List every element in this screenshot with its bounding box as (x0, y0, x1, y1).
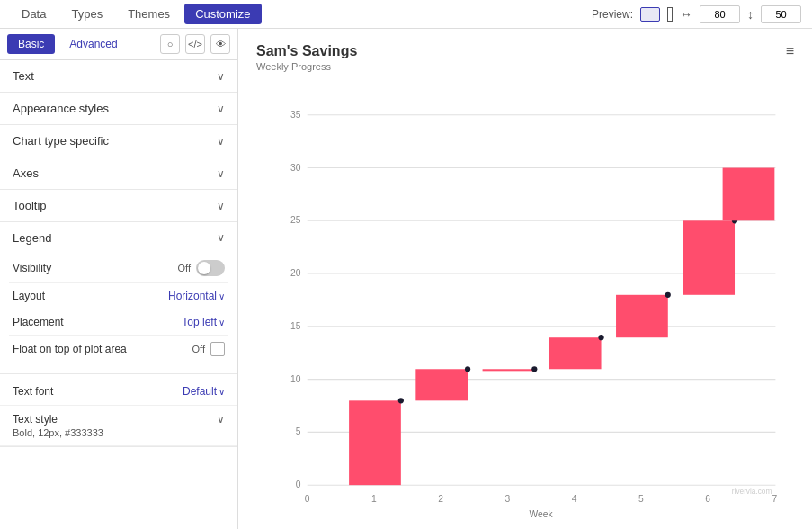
preview-label: Preview: (592, 8, 633, 21)
sub-icon-code[interactable]: </> (185, 34, 205, 54)
accordion-axes-header[interactable]: Axes ∨ (0, 157, 237, 189)
bar-6 (683, 220, 735, 294)
preview-resize-icon[interactable]: ↔ (680, 7, 692, 22)
dot-2 (465, 366, 470, 372)
accordion-tooltip-chevron: ∨ (217, 200, 225, 212)
legend-float-row: Float on top of plot area Off (9, 336, 228, 363)
bar-3 (483, 369, 535, 371)
chart-panel: Sam's Savings Weekly Progress ≡ Amount S… (238, 29, 812, 529)
layout-label: Layout (13, 290, 45, 302)
accordion-legend: Legend ∧ Visibility Off Layout (0, 222, 237, 447)
float-off-label: Off (192, 344, 205, 354)
text-font-dropdown[interactable]: Default ∨ (183, 385, 225, 398)
svg-text:15: 15 (290, 321, 301, 331)
svg-text:35: 35 (290, 110, 301, 120)
dot-4 (598, 335, 603, 340)
nav-tabs: Data Types Themes Customize (11, 4, 262, 24)
svg-text:5: 5 (638, 494, 644, 504)
top-navigation: Data Types Themes Customize Preview: ↔ ↕ (0, 0, 812, 29)
accordion-appearance-chevron: ∨ (217, 103, 225, 115)
left-panel: Basic Advanced ○ </> 👁 Text ∨ Appearance… (0, 29, 238, 529)
layout-chevron-icon: ∨ (219, 291, 225, 301)
float-checkbox[interactable] (210, 342, 225, 356)
sub-tab-basic[interactable]: Basic (7, 34, 55, 54)
sub-icon-eye[interactable]: 👁 (210, 34, 230, 54)
preview-height-input[interactable] (761, 5, 801, 23)
layout-dropdown[interactable]: Horizontal ∨ (168, 290, 225, 302)
accordion-text-chevron: ∨ (217, 70, 225, 83)
chart-menu-icon[interactable]: ≡ (786, 43, 794, 59)
svg-text:4: 4 (572, 494, 577, 504)
accordion-chart-specific-label: Chart type specific (13, 134, 109, 148)
placement-value: Top left (182, 316, 217, 328)
placement-dropdown[interactable]: Top left ∨ (182, 316, 225, 328)
text-font-label: Text font (13, 385, 53, 398)
accordion-text: Text ∨ (0, 60, 237, 93)
accordion-legend-label: Legend (13, 231, 51, 245)
accordion-appearance-header[interactable]: Appearance styles ∨ (0, 93, 237, 124)
placement-chevron-icon: ∨ (219, 318, 225, 327)
svg-text:6: 6 (705, 494, 710, 504)
svg-text:5: 5 (296, 426, 301, 436)
sub-icon-buttons: ○ </> 👁 (160, 34, 230, 54)
text-style-header: Text style ∨ (13, 413, 225, 426)
float-control: Off (192, 342, 225, 356)
chart-title: Sam's Savings (256, 43, 357, 59)
text-font-chevron-icon: ∨ (219, 387, 225, 397)
chart-title-group: Sam's Savings Weekly Progress (256, 43, 357, 72)
accordion-tooltip-label: Tooltip (13, 199, 47, 212)
accordion-appearance-label: Appearance styles (13, 102, 109, 115)
text-font-control: Default ∨ (183, 385, 225, 398)
text-style-chevron[interactable]: ∨ (217, 413, 225, 426)
chart-svg: Amount Saved, $ 0 5 10 15 20 25 30 (256, 76, 794, 524)
sub-icon-circle[interactable]: ○ (160, 34, 180, 54)
svg-text:25: 25 (290, 215, 301, 225)
dot-3 (531, 366, 537, 372)
accordion-axes-label: Axes (13, 166, 39, 180)
bar-1 (349, 400, 401, 485)
svg-text:0: 0 (296, 480, 301, 489)
bar-7 (723, 168, 775, 221)
preview-controls: Preview: ↔ ↕ (592, 5, 801, 23)
accordion-tooltip-header[interactable]: Tooltip ∨ (0, 190, 237, 221)
dot-1 (398, 398, 404, 403)
placement-label: Placement (13, 316, 64, 328)
tab-themes[interactable]: Themes (117, 4, 181, 24)
layout-control: Horizontal ∨ (168, 290, 225, 302)
tab-customize[interactable]: Customize (184, 4, 261, 24)
text-font-value: Default (183, 385, 217, 398)
preview-height-arrow[interactable]: ↕ (747, 7, 754, 22)
bar-2 (415, 369, 468, 400)
tab-types[interactable]: Types (60, 4, 113, 24)
text-style-row: Text style ∨ Bold, 12px, #333333 (0, 406, 237, 446)
chart-title-row: Sam's Savings Weekly Progress ≡ (256, 43, 794, 72)
toggle-knob (198, 262, 210, 274)
accordion-chart-specific: Chart type specific ∨ (0, 125, 237, 157)
accordion-axes-chevron: ∨ (217, 167, 225, 180)
accordion-legend-chevron: ∧ (217, 232, 225, 245)
accordion-chart-specific-header[interactable]: Chart type specific ∨ (0, 125, 237, 157)
placement-control: Top left ∨ (182, 316, 225, 328)
preview-desktop-icon[interactable] (640, 7, 660, 22)
accordion-text-label: Text (13, 69, 34, 83)
sub-navigation: Basic Advanced ○ </> 👁 (0, 29, 237, 60)
chart-area: Amount Saved, $ 0 5 10 15 20 25 30 (256, 76, 794, 524)
chart-subtitle: Weekly Progress (256, 61, 357, 72)
bar-5 (616, 295, 668, 337)
preview-width-input[interactable] (700, 5, 740, 23)
accordion-legend-header[interactable]: Legend ∧ (0, 222, 237, 254)
legend-divider (0, 373, 237, 374)
sub-tab-advanced[interactable]: Advanced (58, 34, 128, 54)
svg-text:7: 7 (772, 494, 777, 504)
visibility-toggle[interactable] (196, 260, 225, 276)
svg-text:20: 20 (290, 268, 301, 278)
accordion-chart-specific-chevron: ∨ (217, 135, 225, 148)
svg-text:2: 2 (438, 494, 443, 504)
svg-text:10: 10 (290, 374, 301, 384)
accordion-text-header[interactable]: Text ∨ (0, 60, 237, 92)
svg-text:3: 3 (505, 494, 511, 504)
tab-data[interactable]: Data (11, 4, 57, 24)
preview-mobile-icon[interactable] (667, 7, 673, 22)
bar-4 (549, 337, 602, 369)
text-font-row: Text font Default ∨ (0, 378, 237, 406)
